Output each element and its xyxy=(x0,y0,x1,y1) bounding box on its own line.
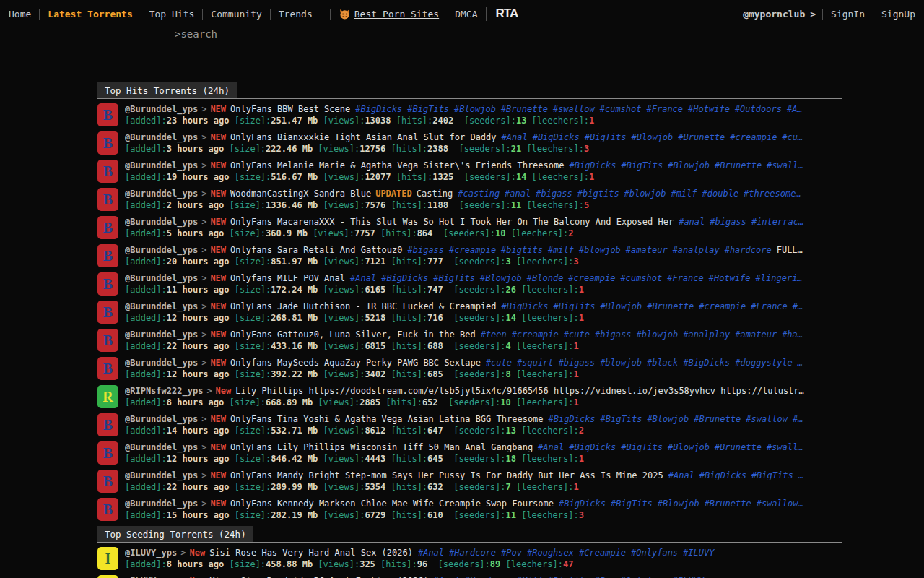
torrent-title[interactable]: Onlyfans Sara Retali And Gattouz0 xyxy=(230,245,402,255)
tag-link[interactable]: #… xyxy=(793,414,803,424)
username-link[interactable]: @Burunddel_yps xyxy=(125,104,198,114)
user-avatar[interactable]: B xyxy=(97,329,118,352)
username-link[interactable]: @ILUVY_yps xyxy=(125,548,177,558)
tag-link[interactable]: #swallow xyxy=(553,104,595,114)
nav-item-top-hits[interactable]: Top Hits xyxy=(141,9,204,20)
tag-link[interactable]: #creampie xyxy=(730,132,777,142)
tag-link[interactable]: #Blowjob xyxy=(668,442,710,452)
tag-link[interactable]: #lingeri… xyxy=(756,273,803,283)
torrent-title[interactable]: WoodmanCastingX Sandra Blue xyxy=(230,189,371,199)
tag-link[interactable]: #Roughsex xyxy=(527,548,574,558)
tag-link[interactable]: #cute xyxy=(486,358,512,368)
tag-link[interactable]: #BigDicks xyxy=(559,499,606,509)
tag-link[interactable]: #Blowjob xyxy=(647,414,689,424)
user-avatar[interactable]: B xyxy=(97,131,118,155)
tag-link[interactable]: #bigass xyxy=(710,217,746,227)
tag-link[interactable]: #milf xyxy=(548,245,574,255)
tag-link[interactable]: #threesome… xyxy=(744,189,801,199)
tag-link[interactable]: #Brunette xyxy=(715,442,762,452)
tag-link[interactable]: #France xyxy=(751,301,788,311)
tag-link[interactable]: #analplay xyxy=(683,329,730,340)
tag-link[interactable]: #Hotwife xyxy=(709,273,751,283)
tag-link[interactable]: #Pov xyxy=(501,548,522,558)
tag-link[interactable]: #blowjob xyxy=(600,358,642,368)
user-avatar[interactable]: B xyxy=(97,301,118,324)
account-handle[interactable]: @mypornclub xyxy=(743,9,805,20)
torrent-title[interactable]: OnlyFans BBW Best Scene xyxy=(230,104,350,114)
tag-link[interactable]: #Onlyfans xyxy=(631,548,678,558)
tag-link[interactable]: #blowjob xyxy=(637,329,679,340)
section-title[interactable]: Top Hits Torrents (24h) xyxy=(97,82,237,98)
tag-link[interactable]: #A… xyxy=(787,104,803,114)
torrent-title[interactable]: Lily Phillips https://doodstream.com/e/l… xyxy=(235,386,803,396)
tag-link[interactable]: #teen xyxy=(481,329,507,340)
nav-item-trends[interactable]: Trends xyxy=(271,9,321,20)
user-avatar[interactable]: B xyxy=(97,498,118,521)
tag-link[interactable]: #bigass xyxy=(559,358,596,368)
tag-link[interactable]: #Blowjob xyxy=(480,273,522,283)
tag-link[interactable]: #bigtits xyxy=(578,189,619,199)
tag-link[interactable]: #Blonde xyxy=(527,273,564,283)
tag-link[interactable]: #BigTits xyxy=(611,499,653,509)
tag-link[interactable]: #Anal xyxy=(418,548,444,558)
username-link[interactable]: @Burunddel_yps xyxy=(125,358,198,368)
tag-link[interactable]: #Blowjob xyxy=(454,104,496,114)
tag-link[interactable]: #Hotwife xyxy=(688,104,730,114)
torrent-title[interactable]: OnlyFans Kennedy Marksen Chloe Mae Wife … xyxy=(230,499,554,509)
tag-link[interactable]: #creampie xyxy=(699,301,746,311)
username-link[interactable]: @Burunddel_yps xyxy=(125,217,198,227)
tag-link[interactable]: #BigDicks xyxy=(381,273,428,283)
torrent-title[interactable]: OnlyFans Bianxxxkie Tight Asian Anal Slu… xyxy=(230,132,496,142)
tag-link[interactable]: #BigDicks xyxy=(683,358,730,368)
username-link[interactable]: @Burunddel_yps xyxy=(125,499,198,509)
tag-link[interactable]: #squirt xyxy=(517,358,554,368)
search-input[interactable] xyxy=(173,28,751,43)
tag-link[interactable]: #BigTits xyxy=(407,104,449,114)
tag-link[interactable]: #Brunette xyxy=(647,301,694,311)
tag-link[interactable]: #bigass xyxy=(408,245,445,255)
user-avatar[interactable]: B xyxy=(97,216,118,239)
user-avatar[interactable]: I xyxy=(97,575,118,578)
username-link[interactable]: @Burunddel_yps xyxy=(125,245,198,255)
tag-link[interactable]: #Brunette xyxy=(705,499,751,509)
tag-link[interactable]: #analplay xyxy=(673,245,720,255)
torrent-title[interactable]: Casting xyxy=(417,189,453,199)
dmca-link[interactable]: DMCA xyxy=(455,9,486,20)
tag-link[interactable]: #Anal xyxy=(668,470,694,480)
username-link[interactable]: @Burunddel_yps xyxy=(125,132,198,142)
user-avatar[interactable]: B xyxy=(97,413,118,436)
username-link[interactable]: @Burunddel_yps xyxy=(125,329,198,340)
tag-link[interactable]: #BigTits xyxy=(585,132,627,142)
tag-link[interactable]: #Anal xyxy=(350,273,376,283)
tag-link[interactable]: #Creampie xyxy=(579,548,626,558)
tag-link[interactable]: #casting xyxy=(458,189,500,199)
tag-link[interactable]: #Hardcore xyxy=(449,548,496,558)
tag-link[interactable]: #hardcore xyxy=(725,245,772,255)
tag-link[interactable]: #Brunette xyxy=(715,160,762,171)
torrent-title[interactable]: OnlyFans Melanie Marie & Agatha Vega Sis… xyxy=(230,160,564,171)
tag-link[interactable]: #milf xyxy=(671,189,697,199)
tag-link[interactable]: #BigDicks xyxy=(569,160,616,171)
signup-button[interactable]: SignUp xyxy=(873,9,917,20)
username-link[interactable]: @Burunddel_yps xyxy=(125,414,198,424)
tag-link[interactable]: … xyxy=(798,358,803,368)
section-title[interactable]: Top Seeding Torrents (24h) xyxy=(97,526,253,542)
user-avatar[interactable]: B xyxy=(97,160,118,183)
tag-link[interactable]: #France xyxy=(647,104,684,114)
tag-link[interactable]: #BigDicks xyxy=(549,414,596,424)
username-link[interactable]: @Burunddel_yps xyxy=(125,301,198,311)
username-link[interactable]: @Burunddel_yps xyxy=(125,160,198,171)
torrent-title[interactable]: Onlyfans MaySeeds AquaZay Perky PAWG BBC… xyxy=(230,358,481,368)
user-avatar[interactable]: B xyxy=(97,441,118,465)
tag-link[interactable]: #ILUVY xyxy=(683,548,714,558)
tag-link[interactable]: #cute xyxy=(564,329,590,340)
torrent-title[interactable]: OnlyFans Tina Yoshi & Agatha Vega Asian … xyxy=(230,414,543,424)
user-avatar[interactable]: B xyxy=(97,188,118,211)
nav-item-community[interactable]: Community xyxy=(203,9,270,20)
tag-link[interactable]: #… xyxy=(793,301,803,311)
tag-link[interactable]: #bigtits xyxy=(501,245,543,255)
torrent-title[interactable]: OnlyFans Gattouz0, Luna Silver, Fuck in … xyxy=(230,329,476,340)
tag-link[interactable]: #swallow xyxy=(746,414,788,424)
tag-link[interactable]: #anal xyxy=(505,189,531,199)
tag-link[interactable]: #Anal xyxy=(502,132,528,142)
